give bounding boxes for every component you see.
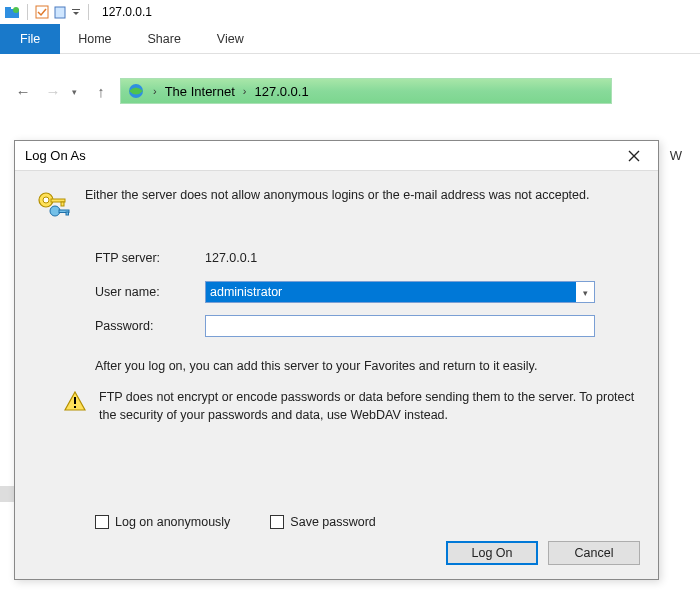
nav-back-icon[interactable]: ← [12,80,34,102]
svg-rect-4 [55,7,65,18]
tab-view[interactable]: View [199,24,262,54]
breadcrumb[interactable]: › The Internet › 127.0.0.1 [120,78,612,104]
dialog-titlebar: Log On As [15,141,658,171]
nav-forward-icon: → [42,80,64,102]
svg-rect-5 [72,9,80,10]
logon-button[interactable]: Log On [446,541,538,565]
logon-anonymously-checkbox[interactable]: Log on anonymously [95,515,230,529]
qat-dropdown-icon[interactable] [71,7,81,17]
window-title: 127.0.0.1 [102,5,152,19]
hint-text: After you log on, you can add this serve… [95,359,640,373]
username-label: User name: [95,285,205,299]
save-password-checkbox[interactable]: Save password [270,515,375,529]
svg-rect-1 [5,7,11,10]
checkbox-icon [270,515,284,529]
separator [27,4,28,20]
warning-icon [63,389,87,413]
svg-point-8 [43,197,49,203]
breadcrumb-item[interactable]: 127.0.0.1 [254,84,308,99]
keys-icon [33,187,73,227]
svg-rect-14 [74,397,76,404]
svg-rect-3 [36,6,48,18]
logon-dialog: Log On As Either the server does not all… [14,140,659,580]
navbar: ← → ↑ › The Internet › 127.0.0.1 [0,68,700,114]
tab-file[interactable]: File [0,24,60,54]
cancel-button[interactable]: Cancel [548,541,640,565]
username-field[interactable] [205,281,595,303]
svg-rect-15 [74,406,76,408]
chevron-right-icon[interactable]: › [243,85,247,97]
ribbon: File Home Share View [0,24,700,54]
chevron-right-icon[interactable]: › [153,85,157,97]
nav-up-icon[interactable]: ↑ [90,80,112,102]
svg-rect-10 [61,202,64,206]
dialog-message: Either the server does not allow anonymo… [85,187,640,204]
close-button[interactable] [620,144,648,168]
username-input[interactable] [206,282,576,302]
qat-item-icon[interactable] [53,5,67,19]
dialog-title: Log On As [25,148,620,163]
save-password-label: Save password [290,515,375,529]
qat-item-icon[interactable] [35,5,49,19]
explorer-icon [4,4,20,20]
internet-icon [127,82,145,100]
logon-anonymously-label: Log on anonymously [115,515,230,529]
separator [88,4,89,20]
checkbox-icon [95,515,109,529]
chevron-down-icon[interactable] [576,287,594,298]
ftp-server-value: 127.0.0.1 [205,251,257,265]
titlebar: 127.0.0.1 [0,0,700,24]
ftp-server-label: FTP server: [95,251,205,265]
svg-point-2 [13,7,19,13]
warning-text: FTP does not encrypt or encode passwords… [99,389,640,424]
tab-share[interactable]: Share [130,24,199,54]
password-label: Password: [95,319,205,333]
password-field[interactable] [205,315,595,337]
tab-home[interactable]: Home [60,24,129,54]
truncated-label: W [670,148,682,163]
svg-rect-13 [66,212,69,215]
nav-recent-dropdown-icon[interactable] [72,86,82,97]
breadcrumb-item[interactable]: The Internet [165,84,235,99]
